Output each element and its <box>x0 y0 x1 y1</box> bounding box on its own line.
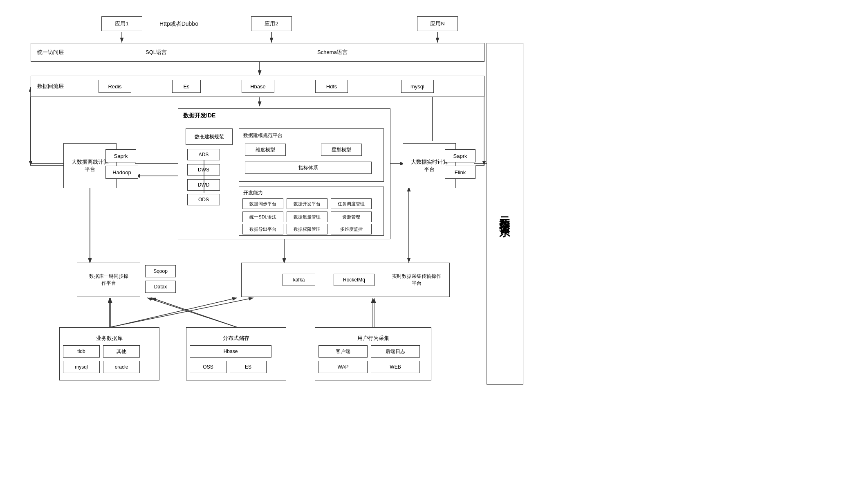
realtime-collect-box: 实时数据采集传输操作平台 kafka RocketMq <box>241 263 450 297</box>
biz-db-label: 业务数据库 <box>96 335 123 342</box>
app1-label: 应用1 <box>115 20 128 27</box>
mysql-backflow-box: mysql <box>401 80 434 93</box>
backflow-layer-box: 数据回流层 Redis Es Hbase Hdfs mysql <box>31 76 484 97</box>
ads-label: ADS <box>199 152 209 158</box>
diagram-container: 应用1 Http或者Dubbo 应用2 应用N 统一访问层 SQL语言 Sche… <box>0 0 868 495</box>
hadoop-label: Hadoop <box>112 169 131 176</box>
data-export-box: 数据导出平台 <box>242 224 283 234</box>
db-sync-label: 数据库一键同步操作平台 <box>89 273 128 287</box>
metric-system-box: 指标体系 <box>245 162 372 174</box>
appn-label: 应用N <box>430 20 444 27</box>
metric-system-label: 指标体系 <box>298 164 318 171</box>
kafka-box: kafka <box>283 274 315 286</box>
ods-box: ODS <box>187 194 220 205</box>
tidb-label: tidb <box>77 349 85 354</box>
realtime-collect-label: 实时数据采集传输操作平台 <box>392 273 441 287</box>
task-schedule-label: 任务调度管理 <box>338 201 365 207</box>
hbase-label: Hbase <box>250 83 266 90</box>
backend-log-label: 后端日志 <box>386 348 405 355</box>
sqoop-box: Sqoop <box>145 265 176 277</box>
norm-connector <box>204 160 204 193</box>
data-auth-label: 数据权限管理 <box>294 226 321 232</box>
sdl-syntax-label: 统一SDL语法 <box>249 214 276 220</box>
data-auth-box: 数据权限管理 <box>287 224 327 234</box>
ads-box: ADS <box>187 149 220 160</box>
data-dev-box: 数据开发平台 <box>287 198 327 209</box>
http-label: Http或者Dubbo <box>159 20 198 28</box>
saprk-realtime-label: Saprk <box>453 153 467 159</box>
dev-capability-box: 开发能力 数据同步平台 数据开发平台 任务调度管理 统一SDL语法 数据质量管理… <box>239 187 384 236</box>
user-behavior-box: 用户行为采集 客户端 后端日志 WAP WEB <box>315 327 431 380</box>
unified-sql-label: SQL语言 <box>146 49 167 56</box>
hbase-box: Hbase <box>242 80 274 93</box>
sqoop-label: Sqoop <box>153 268 168 274</box>
web-label: WEB <box>390 364 401 370</box>
data-model-platform-label: 数据建模规范平台 <box>243 132 283 139</box>
hbase-ds-label: Hbase <box>224 349 238 354</box>
appn-box: 应用N <box>417 16 458 31</box>
es-ds-label: ES <box>245 364 251 370</box>
saprk-offline-box: Saprk <box>105 149 136 162</box>
data-sync-box: 数据同步平台 <box>242 198 283 209</box>
es-label: Es <box>183 83 189 90</box>
hadoop-box: Hadoop <box>105 166 138 179</box>
crossing-arrows-svg <box>0 0 868 495</box>
other-label: 其他 <box>117 348 126 355</box>
right-bar: 元数据体系 <box>487 43 523 385</box>
ods-label: ODS <box>198 197 209 202</box>
dist-storage-label: 分布式储存 <box>223 335 249 342</box>
client-box: 客户端 <box>318 345 368 358</box>
data-model-platform-box: 数据建模规范平台 维度模型 星型模型 指标体系 <box>239 128 384 182</box>
hdfs-label: Hdfs <box>326 83 337 90</box>
backend-log-box: 后端日志 <box>371 345 420 358</box>
svg-line-26 <box>110 298 253 327</box>
biz-db-box: 业务数据库 tidb 其他 mysql oracle <box>59 327 159 380</box>
realtime-compute-label: 大数据实时计算平台 <box>411 158 448 173</box>
star-model-box: 星型模型 <box>321 144 362 156</box>
sdl-syntax-box: 统一SDL语法 <box>242 212 283 222</box>
hdfs-box: Hdfs <box>315 80 348 93</box>
data-export-label: 数据导出平台 <box>249 226 276 232</box>
oracle-label: oracle <box>115 364 128 370</box>
dev-capability-label: 开发能力 <box>243 189 263 196</box>
data-sync-label: 数据同步平台 <box>249 201 276 207</box>
warehouse-norm-label: 数仓建模规范 <box>195 133 224 140</box>
right-bar-label: 元数据体系 <box>498 208 512 220</box>
warehouse-norm-box: 数仓建模规范 <box>186 128 233 145</box>
svg-line-25 <box>147 298 237 327</box>
app2-label: 应用2 <box>265 20 278 27</box>
unified-label-left: 统一访问层 <box>37 49 64 56</box>
unified-layer-box: 统一访问层 SQL语言 Schema语言 <box>31 43 484 62</box>
mysql-biz-box: mysql <box>63 361 100 373</box>
arrows-svg <box>0 0 868 495</box>
saprk-offline-label: Saprk <box>114 153 128 159</box>
offline-compute-label: 大数据离线计算平台 <box>72 158 109 173</box>
dimension-model-label: 维度模型 <box>256 146 275 153</box>
wap-label: WAP <box>338 364 349 370</box>
tidb-box: tidb <box>63 345 100 358</box>
flink-box: Flink <box>445 166 475 179</box>
oss-box: OSS <box>190 361 227 373</box>
app2-box: 应用2 <box>251 16 292 31</box>
resource-mgmt-box: 资源管理 <box>331 212 372 222</box>
mysql-backflow-label: mysql <box>410 83 424 90</box>
saprk-realtime-box: Saprk <box>445 149 475 162</box>
data-dev-label: 数据开发平台 <box>294 201 321 207</box>
ide-title: 数据开发IDE <box>183 112 215 119</box>
es-box: Es <box>172 80 201 93</box>
db-sync-box: 数据库一键同步操作平台 <box>77 263 140 297</box>
web-box: WEB <box>371 361 420 373</box>
oracle-box: oracle <box>103 361 140 373</box>
user-behavior-label: 用户行为采集 <box>357 335 389 342</box>
svg-line-14 <box>110 298 237 327</box>
hbase-ds-box: Hbase <box>190 345 271 358</box>
task-schedule-box: 任务调度管理 <box>331 198 372 209</box>
data-quality-label: 数据质量管理 <box>294 214 321 220</box>
kafka-label: kafka <box>293 277 305 283</box>
resource-mgmt-label: 资源管理 <box>342 214 360 220</box>
wap-box: WAP <box>318 361 368 373</box>
datax-box: Datax <box>145 281 176 293</box>
oss-label: OSS <box>203 364 213 370</box>
backflow-label: 数据回流层 <box>37 83 64 90</box>
flink-label: Flink <box>455 169 466 176</box>
